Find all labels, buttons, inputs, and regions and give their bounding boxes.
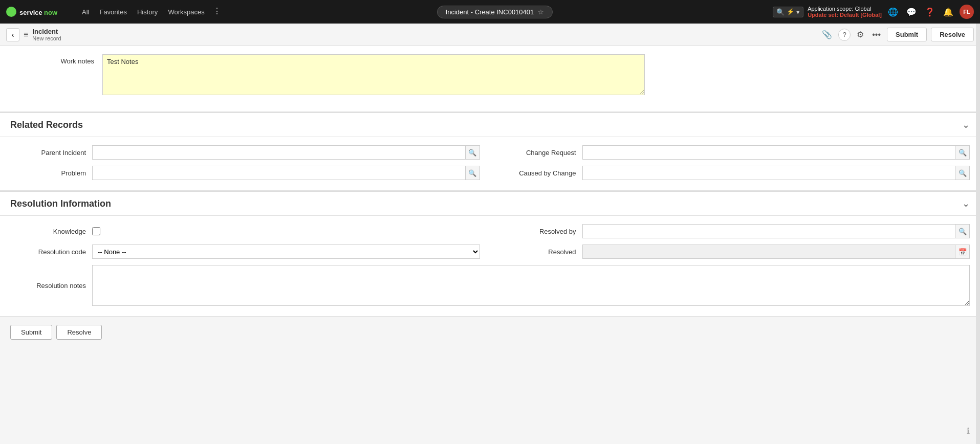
hamburger-menu-button[interactable]: ≡ bbox=[24, 30, 28, 39]
resolved-by-input[interactable] bbox=[582, 224, 956, 238]
knowledge-label: Knowledge bbox=[10, 228, 92, 235]
resolution-code-field: Resolution code -- None -- Solved (Work … bbox=[10, 245, 480, 259]
record-title: Incident bbox=[32, 28, 61, 35]
sub-header-right: 📎 ? ⚙ ••• Submit Resolve bbox=[820, 28, 974, 41]
work-notes-textarea[interactable]: Test Notes bbox=[102, 54, 645, 95]
favorite-star-icon[interactable]: ☆ bbox=[538, 8, 544, 16]
resolution-info-chevron-icon: ⌄ bbox=[962, 198, 970, 209]
incident-pill-title: Incident - Create INC0010401 bbox=[446, 8, 534, 16]
problem-input-group: 🔍 bbox=[92, 166, 480, 180]
caused-by-change-field: Caused by Change 🔍 bbox=[500, 166, 970, 180]
nav-workspaces[interactable]: Workspaces bbox=[164, 6, 208, 18]
parent-incident-field: Parent Incident 🔍 bbox=[10, 145, 480, 160]
record-info: Incident New record bbox=[32, 28, 61, 41]
info-icon: ℹ bbox=[967, 426, 970, 436]
bottom-submit-button[interactable]: Submit bbox=[10, 325, 52, 340]
bottom-resolve-button[interactable]: Resolve bbox=[56, 325, 102, 340]
work-notes-row: Work notes Test Notes bbox=[10, 54, 970, 95]
scrollbar[interactable] bbox=[976, 24, 980, 444]
parent-incident-input[interactable] bbox=[92, 145, 466, 160]
problem-label: Problem bbox=[10, 169, 92, 177]
problem-field: Problem 🔍 bbox=[10, 166, 480, 180]
nav-history[interactable]: History bbox=[133, 6, 162, 18]
resolved-label: Resolved bbox=[500, 248, 582, 256]
related-records-form: Parent Incident 🔍 Change Request 🔍 Probl… bbox=[0, 137, 980, 191]
resolution-code-input-group: -- None -- Solved (Work Around) Solved (… bbox=[92, 245, 480, 259]
nav-favorites[interactable]: Favorites bbox=[95, 6, 130, 18]
resolution-info-section-header[interactable]: Resolution Information ⌄ bbox=[0, 191, 980, 216]
caused-by-change-search-button[interactable]: 🔍 bbox=[955, 166, 970, 180]
resolved-calendar-button[interactable]: 📅 bbox=[955, 245, 970, 259]
related-records-title: Related Records bbox=[10, 120, 83, 130]
incident-pill[interactable]: Incident - Create INC0010401 ☆ bbox=[437, 6, 553, 18]
header-submit-button[interactable]: Submit bbox=[887, 28, 927, 41]
resolved-by-label: Resolved by bbox=[500, 228, 582, 235]
resolved-field: Resolved 📅 bbox=[500, 245, 970, 259]
resolution-info-title: Resolution Information bbox=[10, 198, 111, 209]
parent-incident-label: Parent Incident bbox=[10, 149, 92, 157]
settings-icon-btn[interactable]: ⚙ bbox=[855, 28, 866, 41]
change-request-field: Change Request 🔍 bbox=[500, 145, 970, 160]
resolution-code-select[interactable]: -- None -- Solved (Work Around) Solved (… bbox=[92, 245, 480, 259]
search-bar[interactable]: 🔍 ⚡ ▾ bbox=[773, 7, 803, 17]
resolution-code-label: Resolution code bbox=[10, 248, 92, 256]
work-notes-label: Work notes bbox=[10, 54, 102, 65]
globe-icon-btn[interactable]: 🌐 bbox=[886, 5, 900, 19]
knowledge-input-group bbox=[92, 227, 480, 235]
header-resolve-button[interactable]: Resolve bbox=[931, 28, 974, 41]
nav-all[interactable]: All bbox=[78, 6, 93, 18]
app-scope-info: Application scope: Global Update set: De… bbox=[808, 6, 882, 18]
knowledge-checkbox[interactable] bbox=[92, 227, 100, 235]
work-notes-section: Work notes Test Notes bbox=[0, 46, 980, 112]
help-context-icon-btn[interactable]: ? bbox=[838, 29, 851, 41]
help-icon-btn[interactable]: ❓ bbox=[923, 5, 937, 19]
bell-icon-btn[interactable]: 🔔 bbox=[941, 5, 955, 19]
nav-center: Incident - Create INC0010401 ☆ bbox=[229, 6, 760, 18]
back-button[interactable]: ‹ bbox=[6, 28, 19, 41]
change-request-search-button[interactable]: 🔍 bbox=[955, 145, 970, 160]
attach-icon-btn[interactable]: 📎 bbox=[820, 28, 834, 41]
related-records-chevron-icon: ⌄ bbox=[962, 119, 970, 130]
top-navigation: service now All Favorites History Worksp… bbox=[0, 0, 980, 24]
sub-header-left: ‹ ≡ Incident New record bbox=[6, 28, 61, 41]
resolved-by-input-group: 🔍 bbox=[582, 224, 970, 238]
knowledge-field: Knowledge bbox=[10, 224, 480, 238]
resolution-info-grid: Knowledge Resolved by 🔍 Resolution code bbox=[10, 224, 970, 259]
caused-by-change-input-group: 🔍 bbox=[582, 166, 970, 180]
nav-more-dots[interactable]: ⋮ bbox=[211, 6, 223, 18]
servicenow-logo[interactable]: service now bbox=[6, 5, 68, 19]
app-scope-update: Update set: Default [Global] bbox=[808, 12, 882, 18]
resolution-notes-label: Resolution notes bbox=[10, 282, 92, 290]
lightning-icon: ⚡ bbox=[787, 8, 794, 15]
svg-text:service: service bbox=[19, 9, 42, 16]
resolved-by-field: Resolved by 🔍 bbox=[500, 224, 970, 238]
resolved-by-search-button[interactable]: 🔍 bbox=[955, 224, 970, 238]
parent-incident-search-button[interactable]: 🔍 bbox=[466, 145, 480, 160]
problem-search-button[interactable]: 🔍 bbox=[466, 166, 480, 180]
search-icon: 🔍 bbox=[776, 8, 785, 16]
resolution-notes-field: Resolution notes bbox=[10, 265, 970, 306]
main-content: Work notes Test Notes Related Records ⌄ … bbox=[0, 46, 980, 444]
change-request-input[interactable] bbox=[582, 145, 956, 160]
chat-icon-btn[interactable]: 💬 bbox=[904, 5, 919, 19]
change-request-input-group: 🔍 bbox=[582, 145, 970, 160]
user-avatar[interactable]: FL bbox=[960, 5, 974, 19]
resolution-notes-textarea[interactable] bbox=[92, 265, 970, 306]
caused-by-change-label: Caused by Change bbox=[500, 169, 582, 177]
more-options-icon-btn[interactable]: ••• bbox=[870, 28, 883, 41]
related-records-grid: Parent Incident 🔍 Change Request 🔍 Probl… bbox=[10, 145, 970, 180]
svg-rect-0 bbox=[6, 7, 16, 17]
related-records-section-header[interactable]: Related Records ⌄ bbox=[0, 113, 980, 137]
caused-by-change-input[interactable] bbox=[582, 166, 956, 180]
bottom-buttons: Submit Resolve bbox=[0, 317, 980, 348]
parent-incident-input-group: 🔍 bbox=[92, 145, 480, 160]
resolution-info-form: Knowledge Resolved by 🔍 Resolution code bbox=[0, 216, 980, 317]
nav-links: All Favorites History Workspaces ⋮ bbox=[78, 6, 223, 18]
change-request-label: Change Request bbox=[500, 149, 582, 157]
problem-input[interactable] bbox=[92, 166, 466, 180]
resolved-datetime-input[interactable] bbox=[582, 245, 956, 259]
nav-right: 🔍 ⚡ ▾ Application scope: Global Update s… bbox=[773, 5, 974, 19]
record-subtitle: New record bbox=[32, 35, 61, 41]
svg-text:now: now bbox=[44, 9, 58, 16]
search-dropdown-icon[interactable]: ▾ bbox=[796, 8, 800, 16]
